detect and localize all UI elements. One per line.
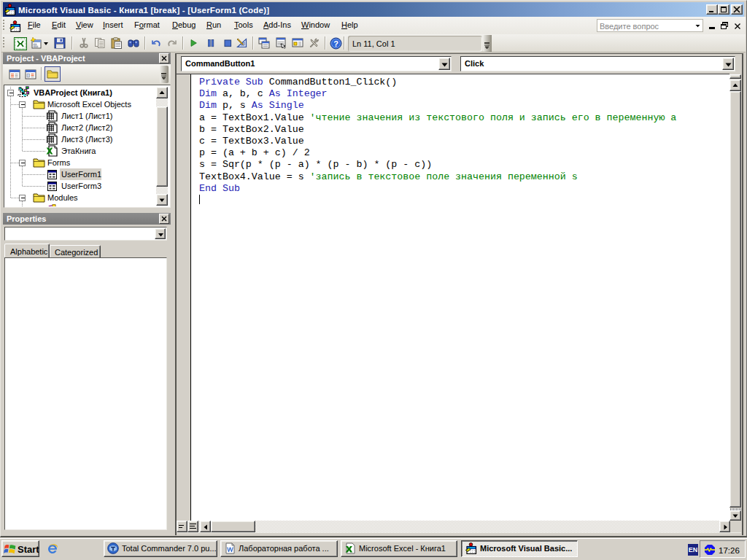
svg-text:?: ? (333, 39, 338, 48)
